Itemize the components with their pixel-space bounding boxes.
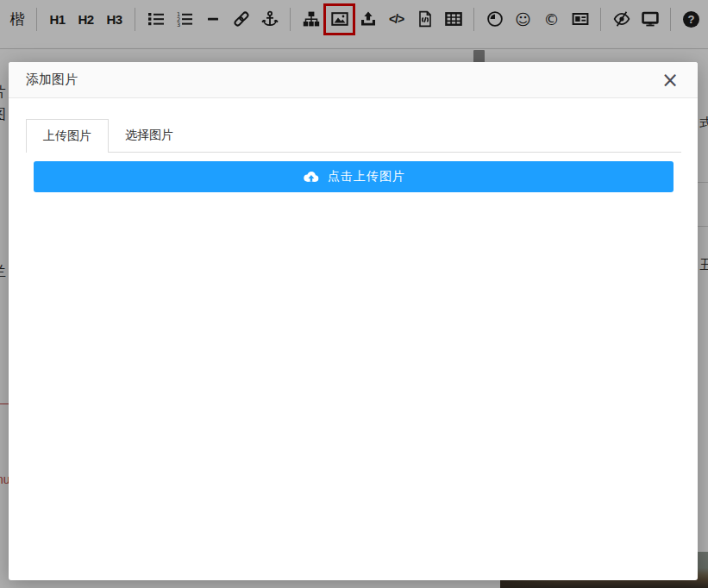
close-icon[interactable]: × bbox=[656, 70, 684, 91]
upload-image-button[interactable]: 点击上传图片 bbox=[34, 161, 674, 192]
tab-select-image[interactable]: 选择图片 bbox=[109, 118, 190, 152]
dialog-tabs: 上传图片 选择图片 bbox=[26, 119, 681, 153]
upload-image-button-label: 点击上传图片 bbox=[328, 169, 405, 185]
add-image-dialog: 添加图片 × 上传图片 选择图片 点击上传图片 bbox=[9, 62, 698, 580]
dialog-header: 添加图片 × bbox=[9, 62, 698, 98]
tab-upload-image[interactable]: 上传图片 bbox=[26, 119, 109, 153]
dialog-title: 添加图片 bbox=[26, 72, 78, 88]
cloud-upload-icon bbox=[302, 170, 320, 184]
